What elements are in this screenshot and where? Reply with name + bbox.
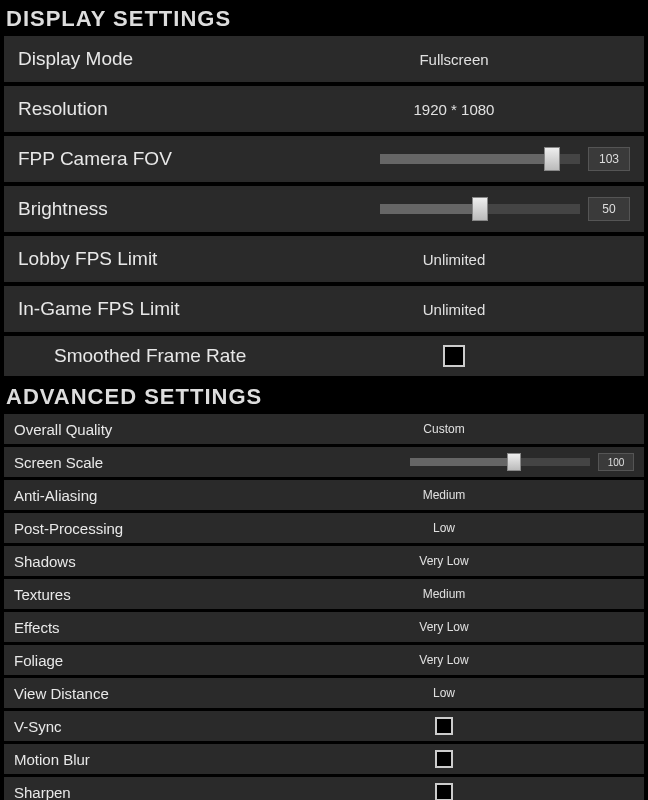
shadows-value: Very Low <box>419 554 468 568</box>
fov-label: FPP Camera FOV <box>18 148 278 170</box>
display-settings-header: DISPLAY SETTINGS <box>4 4 644 36</box>
view-distance-value: Low <box>433 686 455 700</box>
overall-quality-label: Overall Quality <box>14 421 254 438</box>
overall-quality-row[interactable]: Overall Quality Custom <box>4 414 644 444</box>
screen-scale-value-box[interactable]: 100 <box>598 453 634 471</box>
motion-blur-label: Motion Blur <box>14 751 254 768</box>
foliage-label: Foliage <box>14 652 254 669</box>
brightness-slider-thumb[interactable] <box>472 197 488 221</box>
shadows-label: Shadows <box>14 553 254 570</box>
smoothed-frame-rate-row[interactable]: Smoothed Frame Rate <box>4 336 644 376</box>
view-distance-row[interactable]: View Distance Low <box>4 678 644 708</box>
textures-row[interactable]: Textures Medium <box>4 579 644 609</box>
brightness-label: Brightness <box>18 198 278 220</box>
effects-label: Effects <box>14 619 254 636</box>
screen-scale-slider-fill <box>410 458 514 466</box>
ingame-fps-label: In-Game FPS Limit <box>18 298 278 320</box>
smoothed-frame-rate-checkbox[interactable] <box>443 345 465 367</box>
screen-scale-row: Screen Scale 100 <box>4 447 644 477</box>
advanced-settings-header: ADVANCED SETTINGS <box>4 382 644 414</box>
fov-slider-thumb[interactable] <box>544 147 560 171</box>
view-distance-label: View Distance <box>14 685 254 702</box>
lobby-fps-label: Lobby FPS Limit <box>18 248 278 270</box>
post-processing-label: Post-Processing <box>14 520 254 537</box>
resolution-row[interactable]: Resolution 1920 * 1080 <box>4 86 644 132</box>
lobby-fps-row[interactable]: Lobby FPS Limit Unlimited <box>4 236 644 282</box>
anti-aliasing-label: Anti-Aliasing <box>14 487 254 504</box>
brightness-slider[interactable] <box>380 204 580 214</box>
sharpen-checkbox[interactable] <box>435 783 453 800</box>
screen-scale-label: Screen Scale <box>14 454 254 471</box>
brightness-value-box[interactable]: 50 <box>588 197 630 221</box>
anti-aliasing-value: Medium <box>423 488 466 502</box>
display-mode-value: Fullscreen <box>419 51 488 68</box>
foliage-value: Very Low <box>419 653 468 667</box>
vsync-row[interactable]: V-Sync <box>4 711 644 741</box>
fov-slider-fill <box>380 154 552 164</box>
smoothed-frame-rate-label: Smoothed Frame Rate <box>18 345 278 367</box>
fov-value-box[interactable]: 103 <box>588 147 630 171</box>
anti-aliasing-row[interactable]: Anti-Aliasing Medium <box>4 480 644 510</box>
lobby-fps-value: Unlimited <box>423 251 486 268</box>
post-processing-value: Low <box>433 521 455 535</box>
motion-blur-checkbox[interactable] <box>435 750 453 768</box>
fov-slider[interactable] <box>380 154 580 164</box>
effects-value: Very Low <box>419 620 468 634</box>
overall-quality-value: Custom <box>423 422 464 436</box>
vsync-label: V-Sync <box>14 718 254 735</box>
ingame-fps-value: Unlimited <box>423 301 486 318</box>
resolution-value: 1920 * 1080 <box>414 101 495 118</box>
brightness-slider-fill <box>380 204 480 214</box>
screen-scale-slider[interactable] <box>410 458 590 466</box>
effects-row[interactable]: Effects Very Low <box>4 612 644 642</box>
foliage-row[interactable]: Foliage Very Low <box>4 645 644 675</box>
fov-row: FPP Camera FOV 103 <box>4 136 644 182</box>
resolution-label: Resolution <box>18 98 278 120</box>
shadows-row[interactable]: Shadows Very Low <box>4 546 644 576</box>
motion-blur-row[interactable]: Motion Blur <box>4 744 644 774</box>
screen-scale-slider-thumb[interactable] <box>507 453 521 471</box>
ingame-fps-row[interactable]: In-Game FPS Limit Unlimited <box>4 286 644 332</box>
brightness-row: Brightness 50 <box>4 186 644 232</box>
sharpen-row[interactable]: Sharpen <box>4 777 644 800</box>
textures-label: Textures <box>14 586 254 603</box>
textures-value: Medium <box>423 587 466 601</box>
post-processing-row[interactable]: Post-Processing Low <box>4 513 644 543</box>
vsync-checkbox[interactable] <box>435 717 453 735</box>
display-mode-label: Display Mode <box>18 48 278 70</box>
sharpen-label: Sharpen <box>14 784 254 801</box>
display-mode-row[interactable]: Display Mode Fullscreen <box>4 36 644 82</box>
